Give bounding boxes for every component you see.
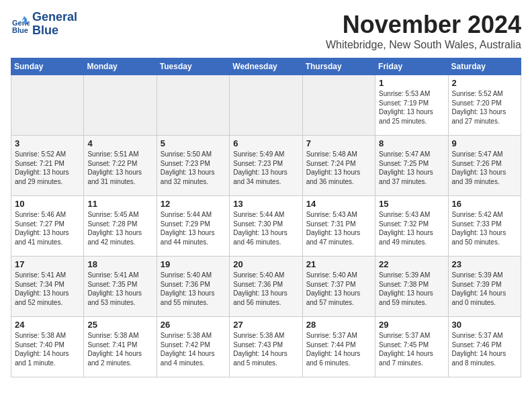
calendar-cell-4-3: 19Sunrise: 5:40 AM Sunset: 7:36 PM Dayli…	[157, 257, 229, 317]
day-number: 30	[452, 320, 517, 330]
day-info: Sunrise: 5:37 AM Sunset: 7:45 PM Dayligh…	[379, 331, 444, 367]
calendar-cell-5-2: 25Sunrise: 5:38 AM Sunset: 7:41 PM Dayli…	[84, 317, 157, 377]
day-info: Sunrise: 5:44 AM Sunset: 7:29 PM Dayligh…	[161, 210, 226, 246]
calendar-cell-1-4	[230, 75, 302, 136]
day-info: Sunrise: 5:38 AM Sunset: 7:42 PM Dayligh…	[161, 331, 226, 367]
day-info: Sunrise: 5:50 AM Sunset: 7:23 PM Dayligh…	[161, 150, 226, 186]
day-number: 7	[306, 138, 371, 148]
calendar-cell-3-7: 16Sunrise: 5:42 AM Sunset: 7:33 PM Dayli…	[448, 196, 521, 257]
calendar-cell-2-6: 8Sunrise: 5:47 AM Sunset: 7:25 PM Daylig…	[375, 136, 448, 196]
header-area: General Blue General Blue November 2024 …	[11, 11, 521, 51]
day-number: 27	[233, 320, 298, 330]
day-number: 4	[87, 138, 152, 148]
day-info: Sunrise: 5:41 AM Sunset: 7:34 PM Dayligh…	[15, 271, 80, 307]
weekday-header-thursday: Thursday	[302, 58, 375, 75]
calendar-cell-5-3: 26Sunrise: 5:38 AM Sunset: 7:42 PM Dayli…	[157, 317, 229, 377]
day-info: Sunrise: 5:47 AM Sunset: 7:25 PM Dayligh…	[379, 150, 444, 186]
day-info: Sunrise: 5:49 AM Sunset: 7:23 PM Dayligh…	[233, 150, 298, 186]
logo: General Blue General Blue	[11, 11, 77, 38]
weekday-header-monday: Monday	[84, 58, 157, 75]
weekday-header-friday: Friday	[375, 58, 448, 75]
day-number: 24	[15, 320, 80, 330]
day-info: Sunrise: 5:38 AM Sunset: 7:40 PM Dayligh…	[15, 331, 80, 367]
day-number: 21	[306, 259, 371, 269]
day-number: 13	[233, 199, 298, 209]
calendar-cell-1-6: 1Sunrise: 5:53 AM Sunset: 7:19 PM Daylig…	[375, 75, 448, 136]
calendar-cell-5-6: 29Sunrise: 5:37 AM Sunset: 7:45 PM Dayli…	[375, 317, 448, 377]
day-info: Sunrise: 5:53 AM Sunset: 7:19 PM Dayligh…	[379, 89, 444, 126]
calendar-cell-2-5: 7Sunrise: 5:48 AM Sunset: 7:24 PM Daylig…	[302, 136, 375, 196]
weekday-header-tuesday: Tuesday	[157, 58, 229, 75]
calendar-cell-3-2: 11Sunrise: 5:45 AM Sunset: 7:28 PM Dayli…	[84, 196, 157, 257]
day-info: Sunrise: 5:40 AM Sunset: 7:36 PM Dayligh…	[233, 271, 298, 307]
calendar-cell-4-5: 21Sunrise: 5:40 AM Sunset: 7:37 PM Dayli…	[302, 257, 375, 317]
day-info: Sunrise: 5:43 AM Sunset: 7:32 PM Dayligh…	[379, 210, 444, 246]
day-number: 28	[306, 320, 371, 330]
day-info: Sunrise: 5:38 AM Sunset: 7:41 PM Dayligh…	[87, 331, 152, 367]
day-info: Sunrise: 5:41 AM Sunset: 7:35 PM Dayligh…	[87, 271, 152, 307]
calendar-cell-5-1: 24Sunrise: 5:38 AM Sunset: 7:40 PM Dayli…	[11, 317, 84, 377]
day-number: 5	[161, 138, 226, 148]
calendar-cell-2-3: 5Sunrise: 5:50 AM Sunset: 7:23 PM Daylig…	[157, 136, 229, 196]
calendar-cell-1-5	[302, 75, 375, 136]
calendar-cell-3-6: 15Sunrise: 5:43 AM Sunset: 7:32 PM Dayli…	[375, 196, 448, 257]
day-number: 3	[15, 138, 80, 148]
day-number: 11	[87, 199, 152, 209]
day-info: Sunrise: 5:51 AM Sunset: 7:22 PM Dayligh…	[87, 150, 152, 186]
location-title: Whitebridge, New South Wales, Australia	[326, 39, 521, 51]
day-info: Sunrise: 5:39 AM Sunset: 7:38 PM Dayligh…	[379, 271, 444, 307]
calendar-cell-4-7: 23Sunrise: 5:39 AM Sunset: 7:39 PM Dayli…	[448, 257, 521, 317]
day-number: 22	[379, 259, 444, 269]
calendar-cell-3-3: 12Sunrise: 5:44 AM Sunset: 7:29 PM Dayli…	[157, 196, 229, 257]
calendar-cell-4-6: 22Sunrise: 5:39 AM Sunset: 7:38 PM Dayli…	[375, 257, 448, 317]
day-info: Sunrise: 5:42 AM Sunset: 7:33 PM Dayligh…	[452, 210, 517, 246]
weekday-header-sunday: Sunday	[11, 58, 84, 75]
calendar-cell-2-1: 3Sunrise: 5:52 AM Sunset: 7:21 PM Daylig…	[11, 136, 84, 196]
day-info: Sunrise: 5:37 AM Sunset: 7:44 PM Dayligh…	[306, 331, 371, 367]
weekday-header-saturday: Saturday	[448, 58, 521, 75]
day-number: 20	[233, 259, 298, 269]
day-info: Sunrise: 5:46 AM Sunset: 7:27 PM Dayligh…	[15, 210, 80, 246]
day-number: 16	[452, 199, 517, 209]
calendar-cell-3-4: 13Sunrise: 5:44 AM Sunset: 7:30 PM Dayli…	[230, 196, 302, 257]
day-info: Sunrise: 5:44 AM Sunset: 7:30 PM Dayligh…	[233, 210, 298, 246]
day-info: Sunrise: 5:52 AM Sunset: 7:20 PM Dayligh…	[452, 89, 517, 126]
calendar-cell-2-2: 4Sunrise: 5:51 AM Sunset: 7:22 PM Daylig…	[84, 136, 157, 196]
day-info: Sunrise: 5:39 AM Sunset: 7:39 PM Dayligh…	[452, 271, 517, 307]
day-number: 15	[379, 199, 444, 209]
calendar-cell-2-4: 6Sunrise: 5:49 AM Sunset: 7:23 PM Daylig…	[230, 136, 302, 196]
calendar-cell-4-1: 17Sunrise: 5:41 AM Sunset: 7:34 PM Dayli…	[11, 257, 84, 317]
calendar-cell-1-2	[84, 75, 157, 136]
day-info: Sunrise: 5:38 AM Sunset: 7:43 PM Dayligh…	[233, 331, 298, 367]
month-title: November 2024	[326, 11, 521, 39]
day-number: 6	[233, 138, 298, 148]
day-number: 19	[161, 259, 226, 269]
day-info: Sunrise: 5:52 AM Sunset: 7:21 PM Dayligh…	[15, 150, 80, 186]
calendar-cell-1-3	[157, 75, 229, 136]
calendar-cell-5-4: 27Sunrise: 5:38 AM Sunset: 7:43 PM Dayli…	[230, 317, 302, 377]
day-number: 12	[161, 199, 226, 209]
weekday-header-wednesday: Wednesday	[230, 58, 302, 75]
day-number: 9	[452, 138, 517, 148]
logo-text: General Blue	[32, 11, 77, 38]
day-number: 29	[379, 320, 444, 330]
day-info: Sunrise: 5:45 AM Sunset: 7:28 PM Dayligh…	[87, 210, 152, 246]
day-info: Sunrise: 5:47 AM Sunset: 7:26 PM Dayligh…	[452, 150, 517, 186]
day-info: Sunrise: 5:40 AM Sunset: 7:36 PM Dayligh…	[161, 271, 226, 307]
day-info: Sunrise: 5:43 AM Sunset: 7:31 PM Dayligh…	[306, 210, 371, 246]
day-number: 17	[15, 259, 80, 269]
day-number: 14	[306, 199, 371, 209]
day-info: Sunrise: 5:40 AM Sunset: 7:37 PM Dayligh…	[306, 271, 371, 307]
calendar-cell-3-1: 10Sunrise: 5:46 AM Sunset: 7:27 PM Dayli…	[11, 196, 84, 257]
calendar-cell-5-5: 28Sunrise: 5:37 AM Sunset: 7:44 PM Dayli…	[302, 317, 375, 377]
calendar-cell-5-7: 30Sunrise: 5:37 AM Sunset: 7:46 PM Dayli…	[448, 317, 521, 377]
calendar-cell-2-7: 9Sunrise: 5:47 AM Sunset: 7:26 PM Daylig…	[448, 136, 521, 196]
day-number: 25	[87, 320, 152, 330]
logo-icon: General Blue	[11, 15, 30, 34]
day-number: 18	[87, 259, 152, 269]
calendar-table: SundayMondayTuesdayWednesdayThursdayFrid…	[11, 58, 521, 377]
calendar-cell-1-7: 2Sunrise: 5:52 AM Sunset: 7:20 PM Daylig…	[448, 75, 521, 136]
day-info: Sunrise: 5:48 AM Sunset: 7:24 PM Dayligh…	[306, 150, 371, 186]
calendar-cell-3-5: 14Sunrise: 5:43 AM Sunset: 7:31 PM Dayli…	[302, 196, 375, 257]
day-number: 2	[452, 78, 517, 88]
